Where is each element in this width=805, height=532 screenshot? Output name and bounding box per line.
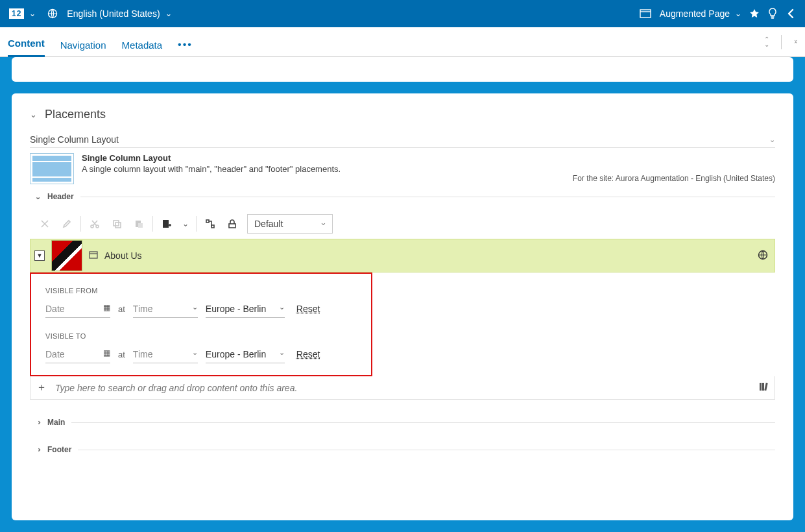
item-dropdown-toggle[interactable]: ▼: [34, 250, 45, 261]
style-select[interactable]: Default: [247, 214, 333, 234]
view-mode-label: Augmented Page: [660, 8, 730, 19]
visible-to-reset[interactable]: Reset: [296, 349, 320, 359]
layout-heading: Single Column Layout: [82, 153, 341, 163]
chevron-down-icon: ⌄: [192, 348, 198, 357]
svg-rect-21: [762, 383, 764, 391]
hint-button[interactable]: [763, 5, 782, 23]
locale-switcher[interactable]: English (United States) ⌄: [40, 5, 175, 23]
svg-rect-22: [764, 383, 767, 391]
chevron-down-icon: ⌄: [165, 9, 172, 18]
visible-to-label: VISIBLE TO: [45, 332, 359, 340]
main-section-label: Main: [47, 418, 65, 427]
chevron-down-icon: ⌄: [279, 348, 285, 357]
remove-button: [34, 215, 56, 233]
layout-name: Single Column Layout: [30, 134, 119, 145]
site-context-note: For the site: Aurora Augmentation - Engl…: [30, 174, 775, 183]
footer-section-toggle[interactable]: ⌄: [34, 447, 42, 453]
field-sort-toggle[interactable]: ⌃⌄: [764, 37, 769, 47]
page-number-badge: 12: [9, 8, 24, 19]
copy-button: [106, 215, 128, 233]
visible-from-time-field[interactable]: Time⌄: [133, 300, 198, 318]
add-content-search[interactable]: [54, 382, 752, 394]
chevron-down-icon: ⌄: [279, 303, 285, 311]
calendar-icon: ▦: [103, 303, 110, 312]
visible-from-label: VISIBLE FROM: [45, 287, 359, 295]
style-select-value: Default: [254, 219, 283, 229]
section-title: Placements: [45, 108, 106, 121]
visible-from-date-field[interactable]: Date▦: [45, 300, 110, 318]
item-toolbar: ⌄ Default: [30, 202, 775, 239]
visible-to-tz-field[interactable]: Europe - Berlin⌄: [206, 345, 285, 363]
insert-button[interactable]: [156, 215, 178, 233]
document-type-icon: [89, 250, 98, 261]
lock-button[interactable]: [221, 215, 243, 233]
open-library-button[interactable]: [759, 382, 769, 393]
tab-content[interactable]: Content: [8, 30, 45, 57]
at-label: at: [118, 304, 125, 314]
tab-metadata[interactable]: Metadata: [122, 32, 163, 57]
main-section-toggle[interactable]: ⌄: [34, 420, 42, 426]
svg-rect-14: [206, 220, 209, 223]
item-title: About Us: [104, 250, 142, 261]
tab-more-button[interactable]: •••: [178, 39, 193, 57]
svg-rect-13: [163, 220, 169, 228]
svg-rect-20: [760, 383, 762, 391]
add-content-row: ＋: [30, 376, 775, 400]
insert-menu-chevron[interactable]: ⌄: [178, 215, 193, 233]
svg-rect-1: [640, 10, 651, 18]
item-locale-icon[interactable]: [758, 250, 768, 262]
add-content-button[interactable]: ＋: [36, 381, 47, 394]
svg-rect-17: [90, 252, 97, 258]
svg-rect-12: [138, 223, 143, 228]
tab-navigation[interactable]: Navigation: [60, 32, 106, 57]
visible-from-tz-field[interactable]: Europe - Berlin⌄: [206, 300, 285, 318]
svg-rect-16: [229, 224, 235, 228]
visible-to-time-field[interactable]: Time⌄: [133, 345, 198, 363]
panel-collapse-toggle[interactable]: ⌄⌃: [793, 38, 799, 47]
svg-rect-10: [115, 223, 121, 228]
divider: [781, 35, 782, 49]
item-thumbnail: [51, 240, 82, 271]
document-tabbar: Content Navigation Metadata ••• ⌃⌄ ⌄⌃: [0, 27, 805, 57]
chevron-down-icon: ⌄: [735, 9, 741, 18]
placements-panel: ⌄ Placements Single Column Layout ⌄ Sing…: [12, 93, 793, 520]
visibility-editor: VISIBLE FROM Date▦ at Time⌄ Europe - Ber…: [30, 272, 372, 376]
edit-button: [56, 215, 78, 233]
chevron-down-icon: ⌄: [192, 303, 198, 311]
visible-from-reset[interactable]: Reset: [296, 304, 320, 314]
chevron-down-icon: ⌄: [29, 9, 36, 18]
paste-button: [128, 215, 150, 233]
window-icon: [636, 5, 655, 23]
layout-thumbnail: [30, 153, 74, 184]
expand-placements-toggle[interactable]: ⌄: [30, 110, 37, 119]
visible-to-date-field[interactable]: Date▦: [45, 345, 110, 363]
layout-chevron-icon[interactable]: ⌄: [769, 136, 775, 144]
workspace-outer: ⌄ Placements Single Column Layout ⌄ Sing…: [0, 57, 805, 532]
previous-panel-sliver: [12, 57, 793, 82]
calendar-icon: ▦: [103, 348, 110, 357]
hierarchy-button[interactable]: [199, 215, 221, 233]
header-section-label: Header: [47, 192, 74, 201]
collapse-right-button[interactable]: [782, 5, 800, 23]
placement-item[interactable]: ▼ About Us: [30, 239, 775, 272]
cut-button: [84, 215, 106, 233]
svg-rect-9: [114, 221, 119, 226]
footer-section-label: Footer: [47, 445, 71, 454]
view-mode-switcher[interactable]: Augmented Page ⌄: [632, 5, 745, 23]
page-switcher[interactable]: 12 ⌄: [5, 8, 40, 19]
at-label: at: [118, 350, 125, 359]
globe-icon: [43, 5, 62, 23]
header-section-toggle[interactable]: ⌄: [35, 193, 41, 201]
bookmark-button[interactable]: [745, 5, 763, 23]
locale-label: English (United States): [67, 8, 160, 19]
app-topbar: 12 ⌄ English (United States) ⌄ Augmented…: [0, 0, 805, 27]
layout-description: A single column layout with "main", "hea…: [82, 164, 341, 174]
